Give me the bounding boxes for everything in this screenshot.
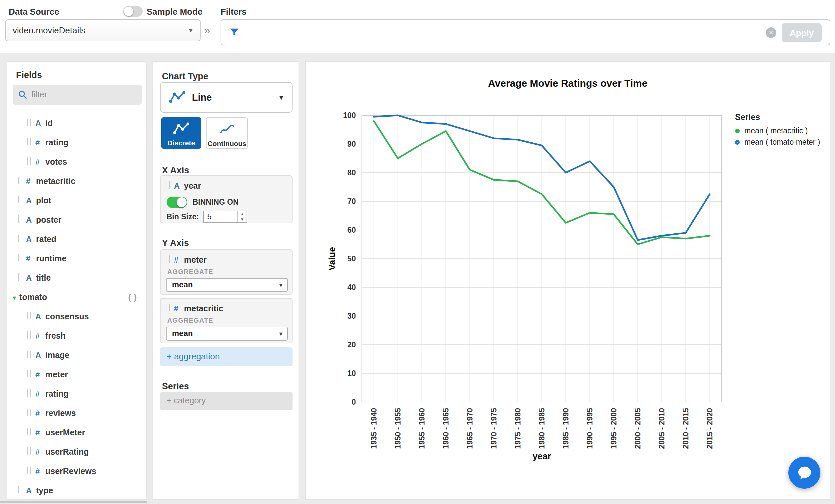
field-row[interactable]: Aid	[7, 114, 146, 133]
y-axis-field[interactable]: #metacritic	[167, 302, 223, 315]
svg-text:1970 - 1975: 1970 - 1975	[489, 408, 498, 449]
data-source-value: video.movieDetails	[13, 25, 85, 35]
drag-handle-icon[interactable]	[27, 119, 30, 126]
aggregate-select[interactable]: mean▾	[166, 278, 288, 292]
field-row[interactable]: #userRating	[7, 443, 146, 462]
field-row[interactable]: #userMeter	[7, 423, 146, 443]
drag-handle-icon[interactable]	[27, 409, 30, 416]
drag-handle-icon[interactable]	[27, 331, 30, 339]
field-row[interactable]: #userReviews	[7, 462, 146, 481]
x-axis-field[interactable]: Ayear	[167, 179, 201, 193]
drag-handle-icon[interactable]	[18, 273, 21, 281]
field-row[interactable]: #fresh	[7, 327, 146, 346]
filter-input[interactable]	[247, 21, 706, 43]
drag-handle-icon[interactable]	[27, 370, 30, 377]
field-search-input[interactable]	[31, 85, 138, 105]
field-row[interactable]: #metacritic	[7, 172, 146, 191]
field-row[interactable]: #runtime	[7, 249, 146, 269]
drag-handle-icon[interactable]	[27, 157, 30, 165]
field-row[interactable]: Aposter	[7, 211, 146, 230]
sample-mode-toggle[interactable]	[123, 6, 143, 17]
filter-funnel-icon	[229, 27, 240, 38]
field-row[interactable]: #rating	[7, 385, 146, 404]
clear-filter-icon[interactable]: ✕	[766, 27, 776, 38]
discrete-button[interactable]: Discrete	[161, 117, 201, 149]
string-type-icon: A	[174, 179, 184, 193]
svg-text:1980 - 1985: 1980 - 1985	[537, 408, 546, 449]
field-row[interactable]: Aconsensus	[7, 307, 146, 327]
chevron-down-icon: ▾	[279, 279, 283, 291]
svg-text:2005 - 2010: 2005 - 2010	[657, 408, 666, 449]
drag-handle-icon[interactable]	[18, 235, 21, 242]
drag-handle-icon[interactable]	[18, 215, 21, 223]
field-row[interactable]: Aimage	[7, 346, 146, 365]
add-category-button[interactable]: + category	[160, 392, 292, 410]
add-aggregation-button[interactable]: + aggregation	[160, 347, 292, 366]
stepper-up-icon[interactable]: ▲	[238, 211, 247, 217]
drag-handle-icon[interactable]	[18, 196, 21, 203]
field-row[interactable]: #votes	[7, 153, 146, 172]
continuous-label: Continuous	[207, 139, 247, 147]
field-row[interactable]: Aplot	[7, 191, 146, 211]
apply-button[interactable]: Apply	[782, 23, 822, 42]
drag-handle-icon[interactable]	[27, 351, 30, 358]
drag-handle-icon[interactable]	[27, 389, 30, 397]
svg-text:30: 30	[347, 312, 356, 320]
drag-handle-icon[interactable]	[18, 486, 21, 493]
drag-handle-icon[interactable]	[18, 254, 21, 261]
drag-handle-icon[interactable]	[167, 255, 170, 263]
field-name: meter	[45, 370, 68, 379]
drag-handle-icon[interactable]	[167, 304, 170, 311]
continuous-line-icon	[219, 123, 235, 136]
fields-panel: Fields Aid #rating #votes #metacritic Ap…	[7, 61, 147, 500]
collapse-panel-icon[interactable]: »	[204, 24, 210, 37]
drag-handle-icon[interactable]	[27, 312, 30, 319]
field-row[interactable]: #rating	[7, 133, 146, 153]
chat-bubble-button[interactable]	[788, 457, 820, 489]
svg-text:1950 - 1955: 1950 - 1955	[393, 408, 402, 449]
chevron-down-icon[interactable]: ▾	[13, 288, 16, 307]
drag-handle-icon[interactable]	[27, 467, 30, 474]
drag-handle-icon[interactable]	[167, 181, 170, 189]
field-name: consensus	[45, 312, 89, 321]
chart-type-label: Chart Type	[162, 71, 208, 81]
y-axis-card: #meter AGGREGATE mean▾	[160, 249, 292, 295]
stepper-down-icon[interactable]: ▼	[238, 217, 247, 222]
aggregate-label: AGGREGATE	[167, 268, 213, 275]
field-row[interactable]: Atitle	[7, 269, 146, 288]
drag-handle-icon[interactable]	[27, 447, 30, 455]
field-name: userMeter	[45, 428, 85, 437]
svg-text:year: year	[532, 451, 551, 461]
field-type-icon: #	[35, 423, 45, 443]
binning-toggle[interactable]	[167, 197, 187, 208]
data-source-select[interactable]: video.movieDetails ▾	[5, 19, 201, 41]
field-type-icon: #	[26, 172, 36, 191]
field-row[interactable]: ▾tomato { }	[7, 288, 146, 307]
field-type-icon: A	[26, 211, 36, 230]
y-axis-field[interactable]: #meter	[167, 253, 207, 267]
aggregate-select[interactable]: mean▾	[166, 327, 288, 341]
svg-text:60: 60	[347, 226, 356, 234]
chart-type-select[interactable]: Line ▾	[160, 82, 292, 113]
continuous-button[interactable]: Continuous	[206, 117, 248, 149]
discrete-line-icon	[173, 122, 189, 135]
legend-label: mean ( metacritic )	[745, 127, 808, 135]
field-row[interactable]: Atype	[7, 481, 146, 500]
horizontal-scrollbar[interactable]	[0, 501, 147, 503]
field-row[interactable]: Arated	[7, 230, 146, 249]
filter-bar: ✕ Apply	[221, 19, 830, 45]
field-row[interactable]: #reviews	[7, 404, 146, 423]
svg-text:0: 0	[351, 398, 356, 406]
chevron-down-icon: ▾	[279, 327, 283, 340]
svg-text:70: 70	[347, 197, 356, 206]
field-name: rated	[36, 235, 56, 244]
svg-text:40: 40	[347, 283, 356, 292]
drag-handle-icon[interactable]	[27, 428, 30, 435]
drag-handle-icon[interactable]	[27, 138, 30, 145]
svg-text:10: 10	[347, 369, 356, 378]
field-name: type	[36, 486, 53, 495]
field-row[interactable]: #meter	[7, 365, 146, 385]
legend-item: mean ( metacritic )	[735, 127, 820, 135]
drag-handle-icon[interactable]	[18, 177, 21, 184]
bin-size-input[interactable]	[204, 211, 237, 222]
